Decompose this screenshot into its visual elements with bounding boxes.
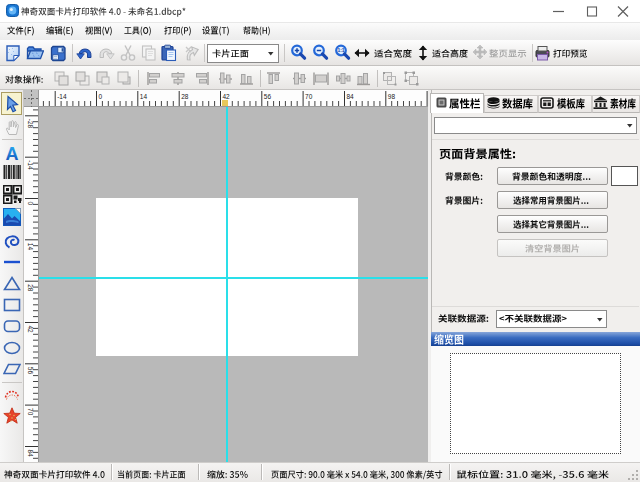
svg-text:0: 0 (27, 202, 34, 206)
svg-text:A: A (6, 144, 19, 162)
svg-text:14: 14 (27, 243, 34, 251)
svg-text:84: 84 (347, 93, 355, 100)
svg-text:-28: -28 (27, 119, 34, 129)
svg-text:84: 84 (27, 450, 34, 458)
svg-text:56: 56 (264, 93, 272, 100)
svg-text:-14: -14 (27, 160, 34, 170)
svg-text:-14: -14 (57, 93, 67, 100)
svg-text:14: 14 (140, 93, 148, 100)
svg-text:42: 42 (27, 326, 34, 334)
svg-text:0: 0 (99, 93, 103, 100)
svg-text:1:1: 1:1 (337, 47, 344, 53)
svg-text:70: 70 (305, 93, 313, 100)
svg-text:70: 70 (27, 408, 34, 416)
svg-text:28: 28 (27, 284, 34, 292)
svg-text:98: 98 (388, 93, 396, 100)
svg-text:28: 28 (181, 93, 189, 100)
svg-text:56: 56 (27, 367, 34, 375)
svg-text:42: 42 (223, 93, 231, 100)
